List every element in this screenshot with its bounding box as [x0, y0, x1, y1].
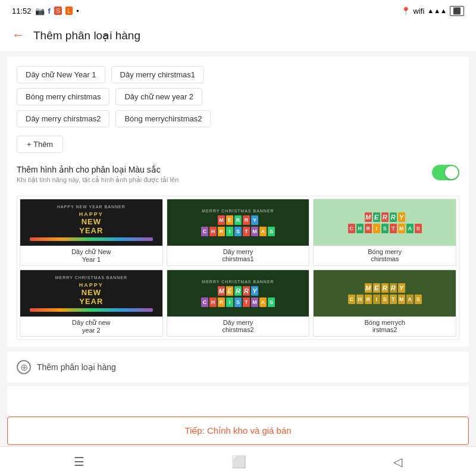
image-cell-2-label: Dây merrychirstmas1: [167, 246, 309, 265]
image-preview-4: MERRY CHRISTMAS BANNER HAPPY NEW YEAR: [20, 270, 162, 317]
menu-nav-icon[interactable]: ☰: [74, 455, 84, 469]
image-cell-4[interactable]: MERRY CHRISTMAS BANNER HAPPY NEW YEAR Dâ…: [20, 270, 163, 337]
page-title: Thêm phân loại hàng: [33, 29, 140, 42]
image-preview-1: HAPPY NEW YEAR BANNER HAPPY NEW YEAR: [20, 199, 162, 246]
status-bar: 11:52 📷 f S L • 📍 wifi ▲▲▲ ⬛: [0, 0, 476, 21]
tags-row-2: Bóng merry chirstmas Dây chữ new year 2: [17, 88, 459, 105]
signal-icon: ▲▲▲: [427, 7, 447, 14]
image-preview-5: MERRY CHRISTMAS BANNER M E R R Y C H R I…: [167, 270, 309, 317]
toggle-switch[interactable]: [432, 165, 459, 180]
image-grid: HAPPY NEW YEAR BANNER HAPPY NEW YEAR Dây…: [17, 196, 459, 340]
toggle-label: Thêm hình ảnh cho phân loại Màu sắc: [17, 165, 178, 174]
tag-chip-1[interactable]: Dây chữ New Year 1: [17, 66, 105, 83]
status-left: 11:52 📷 f S L •: [12, 7, 79, 15]
tags-row-3: Dây merry chirstmas2 Bóng merrychirstmas…: [17, 110, 459, 127]
back-nav-icon[interactable]: ◁: [393, 455, 402, 469]
toggle-section: Thêm hình ảnh cho phân loại Màu sắc Khi …: [17, 165, 459, 189]
image-cell-3[interactable]: M E R R Y C H R I S T M A: [313, 199, 456, 266]
lazada-icon: L: [65, 7, 73, 15]
location-icon: 📍: [401, 7, 411, 15]
image-cell-4-label: Dây chữ newyear 2: [20, 317, 162, 336]
tags-area: Dây chữ New Year 1 Dây merry chirstmas1: [17, 66, 459, 83]
image-cell-5[interactable]: MERRY CHRISTMAS BANNER M E R R Y C H R I…: [167, 270, 310, 337]
tag-chip-3[interactable]: Bóng merry chirstmas: [17, 88, 109, 105]
add-category-text: Thêm phân loại hàng: [37, 362, 116, 372]
facebook-icon: f: [48, 7, 51, 15]
shopee-icon: S: [54, 7, 62, 15]
dot-indicator: •: [76, 7, 79, 15]
text-area-section: [7, 386, 469, 419]
back-button[interactable]: ←: [12, 27, 25, 43]
image-cell-1-label: Dây chữ NewYear 1: [20, 246, 162, 265]
image-cell-3-label: Bóng merrychirstmas: [314, 246, 456, 265]
tag-chip-4[interactable]: Dây chữ new year 2: [115, 88, 202, 105]
image-cell-6[interactable]: M E R R Y C H R I S T M A: [313, 270, 456, 337]
image-preview-2: MERRY CHRISTMAS BANNER M E R R Y C H R I…: [167, 199, 309, 246]
image-cell-5-label: Dây merrychirstmas2: [167, 317, 309, 336]
home-nav-icon[interactable]: ⬜: [231, 455, 246, 469]
image-cell-6-label: Bóng merrychirstmas2: [314, 317, 456, 336]
add-category-row[interactable]: ⊕ Thêm phân loại hàng: [7, 352, 469, 383]
tag-chip-2[interactable]: Dây merry chirstmas1: [111, 66, 204, 83]
next-button[interactable]: Tiếp: Chỉnh kho và giá bán: [7, 416, 469, 445]
add-tag-button[interactable]: + Thêm: [17, 136, 63, 153]
time-display: 11:52: [12, 7, 32, 15]
page-header: ← Thêm phân loại hàng: [0, 21, 476, 52]
nav-bar: ☰ ⬜ ◁: [0, 446, 476, 476]
image-cell-2[interactable]: MERRY CHRISTMAS BANNER M E R R Y C H R I…: [167, 199, 310, 266]
add-category-icon: ⊕: [17, 360, 31, 374]
main-content-card: Dây chữ New Year 1 Dây merry chirstmas1 …: [7, 57, 469, 347]
toggle-text: Thêm hình ảnh cho phân loại Màu sắc Khi …: [17, 165, 178, 184]
status-right: 📍 wifi ▲▲▲ ⬛: [401, 6, 464, 16]
toggle-desc: Khi bật tính năng này, tất cả hình ảnh p…: [17, 176, 178, 184]
wifi-icon: wifi: [414, 7, 425, 15]
image-preview-3: M E R R Y C H R I S T M A: [314, 199, 456, 246]
tag-chip-6[interactable]: Bóng merrychirstmas2: [115, 110, 211, 127]
battery-icon: ⬛: [450, 6, 464, 16]
tag-chip-5[interactable]: Dây merry chirstmas2: [17, 110, 109, 127]
camera-icon: 📷: [35, 7, 45, 15]
toggle-knob: [445, 166, 458, 179]
image-cell-1[interactable]: HAPPY NEW YEAR BANNER HAPPY NEW YEAR Dây…: [20, 199, 163, 266]
image-preview-6: M E R R Y C H R I S T M A: [314, 270, 456, 317]
